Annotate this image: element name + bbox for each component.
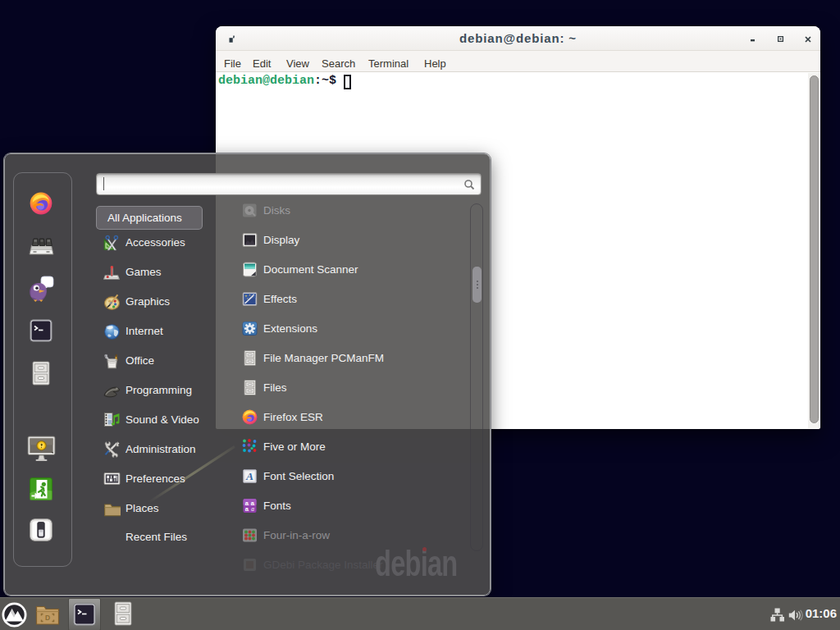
svg-text:a: a: [251, 505, 254, 513]
svg-text:D: D: [45, 614, 50, 622]
svg-text:A: A: [245, 470, 253, 482]
